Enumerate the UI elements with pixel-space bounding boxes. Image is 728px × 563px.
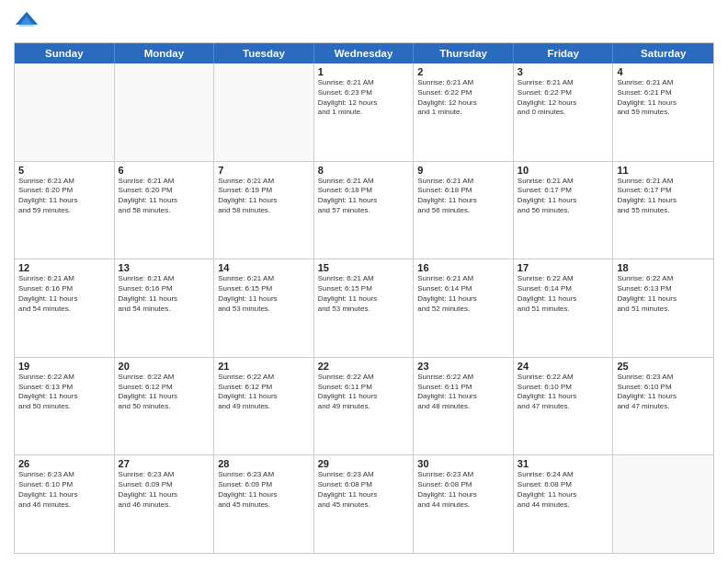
calendar-day-2: 2Sunrise: 6:21 AM Sunset: 6:22 PM Daylig…: [414, 63, 514, 161]
calendar-day-12: 12Sunrise: 6:21 AM Sunset: 6:16 PM Dayli…: [15, 259, 115, 357]
day-number: 14: [218, 262, 310, 273]
day-info: Sunrise: 6:23 AM Sunset: 6:08 PM Dayligh…: [417, 470, 509, 510]
day-info: Sunrise: 6:22 AM Sunset: 6:12 PM Dayligh…: [119, 373, 210, 412]
calendar-day-10: 10Sunrise: 6:21 AM Sunset: 6:17 PM Dayli…: [514, 162, 614, 259]
calendar-empty-cell: [15, 63, 115, 161]
day-number: 8: [318, 165, 410, 176]
weekday-header-sunday: Sunday: [15, 43, 115, 63]
day-number: 6: [119, 165, 210, 176]
day-info: Sunrise: 6:22 AM Sunset: 6:10 PM Dayligh…: [518, 373, 609, 412]
day-info: Sunrise: 6:23 AM Sunset: 6:10 PM Dayligh…: [617, 373, 710, 412]
day-info: Sunrise: 6:21 AM Sunset: 6:20 PM Dayligh…: [18, 177, 110, 216]
calendar-header: SundayMondayTuesdayWednesdayThursdayFrid…: [15, 43, 713, 63]
calendar-day-7: 7Sunrise: 6:21 AM Sunset: 6:19 PM Daylig…: [214, 162, 314, 259]
calendar-day-17: 17Sunrise: 6:22 AM Sunset: 6:14 PM Dayli…: [514, 259, 614, 357]
day-info: Sunrise: 6:21 AM Sunset: 6:16 PM Dayligh…: [18, 274, 110, 314]
calendar-day-26: 26Sunrise: 6:23 AM Sunset: 6:10 PM Dayli…: [15, 455, 115, 553]
day-info: Sunrise: 6:21 AM Sunset: 6:18 PM Dayligh…: [318, 177, 410, 216]
calendar-row-1: 5Sunrise: 6:21 AM Sunset: 6:20 PM Daylig…: [15, 161, 713, 259]
day-number: 3: [518, 66, 609, 77]
day-info: Sunrise: 6:23 AM Sunset: 6:09 PM Dayligh…: [218, 470, 310, 510]
calendar-day-30: 30Sunrise: 6:23 AM Sunset: 6:08 PM Dayli…: [414, 455, 514, 553]
day-info: Sunrise: 6:21 AM Sunset: 6:17 PM Dayligh…: [518, 177, 609, 216]
day-info: Sunrise: 6:21 AM Sunset: 6:16 PM Dayligh…: [119, 274, 210, 314]
day-info: Sunrise: 6:24 AM Sunset: 6:08 PM Dayligh…: [518, 470, 609, 510]
calendar-day-31: 31Sunrise: 6:24 AM Sunset: 6:08 PM Dayli…: [514, 455, 614, 553]
logo-icon: [14, 9, 40, 35]
calendar-day-5: 5Sunrise: 6:21 AM Sunset: 6:20 PM Daylig…: [15, 162, 115, 259]
weekday-header-tuesday: Tuesday: [214, 43, 314, 63]
day-info: Sunrise: 6:23 AM Sunset: 6:10 PM Dayligh…: [18, 470, 110, 510]
day-number: 19: [18, 361, 110, 372]
day-info: Sunrise: 6:21 AM Sunset: 6:14 PM Dayligh…: [417, 274, 509, 314]
day-number: 29: [318, 458, 410, 469]
day-number: 9: [417, 165, 509, 176]
calendar-day-24: 24Sunrise: 6:22 AM Sunset: 6:10 PM Dayli…: [514, 358, 614, 455]
day-info: Sunrise: 6:22 AM Sunset: 6:14 PM Dayligh…: [518, 274, 609, 314]
calendar-day-13: 13Sunrise: 6:21 AM Sunset: 6:16 PM Dayli…: [115, 259, 215, 357]
day-info: Sunrise: 6:21 AM Sunset: 6:18 PM Dayligh…: [417, 177, 509, 216]
day-info: Sunrise: 6:22 AM Sunset: 6:13 PM Dayligh…: [18, 373, 110, 412]
calendar-day-15: 15Sunrise: 6:21 AM Sunset: 6:15 PM Dayli…: [314, 259, 415, 357]
calendar-day-25: 25Sunrise: 6:23 AM Sunset: 6:10 PM Dayli…: [613, 358, 713, 455]
day-info: Sunrise: 6:21 AM Sunset: 6:21 PM Dayligh…: [617, 78, 710, 118]
calendar-day-4: 4Sunrise: 6:21 AM Sunset: 6:21 PM Daylig…: [613, 63, 713, 161]
calendar-day-20: 20Sunrise: 6:22 AM Sunset: 6:12 PM Dayli…: [115, 358, 215, 455]
calendar-row-0: 1Sunrise: 6:21 AM Sunset: 6:23 PM Daylig…: [15, 63, 713, 161]
calendar-day-22: 22Sunrise: 6:22 AM Sunset: 6:11 PM Dayli…: [314, 358, 415, 455]
day-info: Sunrise: 6:21 AM Sunset: 6:22 PM Dayligh…: [417, 78, 509, 118]
day-number: 25: [617, 361, 710, 372]
day-info: Sunrise: 6:22 AM Sunset: 6:11 PM Dayligh…: [417, 373, 509, 412]
calendar-empty-cell: [214, 63, 314, 161]
weekday-header-friday: Friday: [514, 43, 614, 63]
calendar-day-18: 18Sunrise: 6:22 AM Sunset: 6:13 PM Dayli…: [613, 259, 713, 357]
day-info: Sunrise: 6:22 AM Sunset: 6:13 PM Dayligh…: [617, 274, 710, 314]
calendar-day-14: 14Sunrise: 6:21 AM Sunset: 6:15 PM Dayli…: [214, 259, 314, 357]
calendar-empty-cell: [115, 63, 215, 161]
day-number: 27: [119, 458, 210, 469]
day-number: 10: [518, 165, 609, 176]
calendar-day-16: 16Sunrise: 6:21 AM Sunset: 6:14 PM Dayli…: [414, 259, 514, 357]
calendar-empty-cell: [613, 455, 713, 553]
calendar-day-29: 29Sunrise: 6:23 AM Sunset: 6:08 PM Dayli…: [314, 455, 415, 553]
day-info: Sunrise: 6:23 AM Sunset: 6:08 PM Dayligh…: [318, 470, 410, 510]
day-info: Sunrise: 6:21 AM Sunset: 6:22 PM Dayligh…: [518, 78, 609, 118]
day-info: Sunrise: 6:21 AM Sunset: 6:15 PM Dayligh…: [318, 274, 410, 314]
day-info: Sunrise: 6:21 AM Sunset: 6:23 PM Dayligh…: [318, 78, 410, 118]
day-number: 12: [18, 262, 110, 273]
day-number: 24: [518, 361, 609, 372]
page: SundayMondayTuesdayWednesdayThursdayFrid…: [0, 0, 728, 563]
calendar-row-3: 19Sunrise: 6:22 AM Sunset: 6:13 PM Dayli…: [15, 357, 713, 455]
day-number: 5: [18, 165, 110, 176]
weekday-header-monday: Monday: [115, 43, 215, 63]
day-number: 30: [417, 458, 509, 469]
calendar-day-21: 21Sunrise: 6:22 AM Sunset: 6:12 PM Dayli…: [214, 358, 314, 455]
calendar-day-8: 8Sunrise: 6:21 AM Sunset: 6:18 PM Daylig…: [314, 162, 415, 259]
day-number: 20: [119, 361, 210, 372]
calendar-day-9: 9Sunrise: 6:21 AM Sunset: 6:18 PM Daylig…: [414, 162, 514, 259]
weekday-header-wednesday: Wednesday: [314, 43, 415, 63]
day-number: 18: [617, 262, 710, 273]
calendar-day-6: 6Sunrise: 6:21 AM Sunset: 6:20 PM Daylig…: [115, 162, 215, 259]
calendar-row-2: 12Sunrise: 6:21 AM Sunset: 6:16 PM Dayli…: [15, 259, 713, 357]
day-info: Sunrise: 6:21 AM Sunset: 6:19 PM Dayligh…: [218, 177, 310, 216]
calendar-day-23: 23Sunrise: 6:22 AM Sunset: 6:11 PM Dayli…: [414, 358, 514, 455]
weekday-header-thursday: Thursday: [414, 43, 514, 63]
day-info: Sunrise: 6:21 AM Sunset: 6:20 PM Dayligh…: [119, 177, 210, 216]
day-info: Sunrise: 6:21 AM Sunset: 6:15 PM Dayligh…: [218, 274, 310, 314]
day-number: 23: [417, 361, 509, 372]
day-number: 4: [617, 66, 710, 77]
day-number: 1: [318, 66, 410, 77]
calendar-day-28: 28Sunrise: 6:23 AM Sunset: 6:09 PM Dayli…: [214, 455, 314, 553]
calendar-day-11: 11Sunrise: 6:21 AM Sunset: 6:17 PM Dayli…: [613, 162, 713, 259]
calendar-row-4: 26Sunrise: 6:23 AM Sunset: 6:10 PM Dayli…: [15, 454, 713, 553]
day-number: 22: [318, 361, 410, 372]
day-info: Sunrise: 6:22 AM Sunset: 6:12 PM Dayligh…: [218, 373, 310, 412]
weekday-header-saturday: Saturday: [613, 43, 713, 63]
day-info: Sunrise: 6:22 AM Sunset: 6:11 PM Dayligh…: [318, 373, 410, 412]
day-number: 26: [18, 458, 110, 469]
day-number: 16: [417, 262, 509, 273]
calendar-day-1: 1Sunrise: 6:21 AM Sunset: 6:23 PM Daylig…: [314, 63, 415, 161]
calendar: SundayMondayTuesdayWednesdayThursdayFrid…: [14, 42, 714, 554]
day-number: 15: [318, 262, 410, 273]
